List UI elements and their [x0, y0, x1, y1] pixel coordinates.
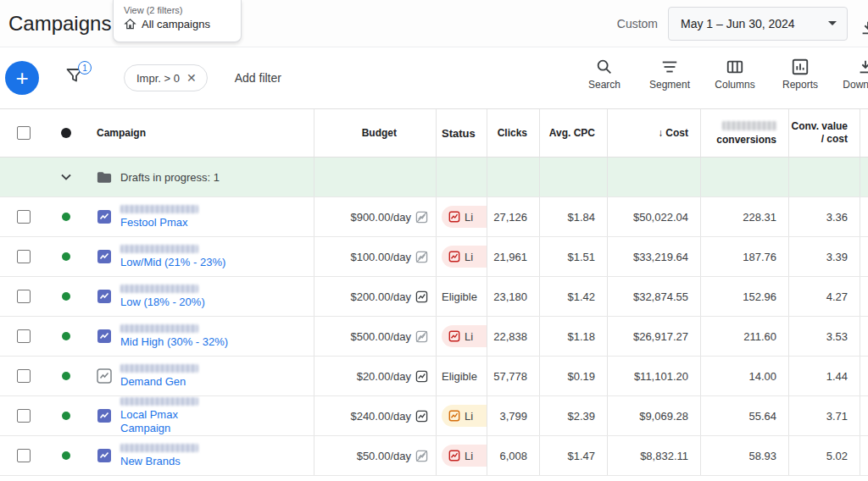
- redacted-text: [120, 444, 198, 452]
- conv-value-cost-cell: 4.27: [788, 277, 860, 316]
- view-selector[interactable]: View (2 filters) All campaigns: [113, 0, 242, 42]
- campaign-type-icon: [97, 368, 112, 384]
- enabled-status-dot[interactable]: [62, 451, 70, 460]
- row-checkbox[interactable]: [17, 250, 31, 263]
- header-cost[interactable]: ↓ Cost: [607, 109, 700, 157]
- row-checkbox[interactable]: [17, 210, 31, 224]
- filter-chip-impressions[interactable]: Impr. > 0 ✕: [124, 64, 208, 91]
- campaign-name-link[interactable]: Local PmaxCampaign: [120, 397, 198, 435]
- campaign-name-link[interactable]: Mid High (30% - 32%): [120, 324, 228, 349]
- columns-button[interactable]: Columns: [711, 58, 759, 91]
- enabled-status-dot[interactable]: [62, 332, 70, 340]
- collapse-chevron-icon[interactable]: [59, 170, 73, 184]
- cost-cell: $26,917.27: [607, 317, 700, 356]
- redacted-text: [120, 205, 198, 213]
- budget-chart-icon[interactable]: [415, 330, 428, 343]
- reports-button[interactable]: Reports: [776, 58, 824, 91]
- budget-chart-icon[interactable]: [415, 251, 428, 263]
- row-checkbox[interactable]: [17, 290, 31, 303]
- header-budget[interactable]: Budget: [314, 109, 436, 157]
- budget-cell: $100.00/day: [314, 237, 436, 276]
- overflow-control-icon[interactable]: [859, 19, 868, 37]
- header-clicks[interactable]: Clicks: [487, 109, 539, 157]
- limited-status-badge[interactable]: Li: [442, 405, 487, 427]
- segment-button[interactable]: Segment: [646, 58, 693, 91]
- status-eligible-label: Eligible: [442, 370, 477, 383]
- cost-cell: $50,022.04: [607, 197, 700, 236]
- cost-cell: $9,069.28: [607, 396, 700, 435]
- header-conversions[interactable]: conversions: [700, 109, 788, 157]
- redacted-text: [120, 364, 198, 373]
- header-conv-value-cost[interactable]: Conv. value / cost: [788, 109, 860, 157]
- limited-status-badge[interactable]: Li: [442, 325, 487, 347]
- status-eligible-label: Eligible: [442, 290, 477, 303]
- budget-chart-icon[interactable]: [415, 370, 428, 383]
- campaign-row: Local PmaxCampaign $240.00/day Li 3,799 …: [0, 396, 868, 436]
- campaign-row: Mid High (30% - 32%) $500.00/day Li 22,8…: [0, 317, 868, 357]
- row-stub: [860, 197, 868, 236]
- group-row-drafts[interactable]: Drafts in progress: 1: [0, 158, 868, 197]
- row-checkbox[interactable]: [17, 449, 31, 462]
- date-range-value: May 1 – Jun 30, 2024: [681, 17, 795, 30]
- filter-button[interactable]: 1: [64, 65, 88, 91]
- avg-cpc-cell: $1.51: [539, 237, 607, 276]
- status-cell: Li: [436, 237, 487, 276]
- enabled-status-dot[interactable]: [62, 292, 70, 301]
- campaign-type-icon: [97, 249, 112, 264]
- limited-status-icon: [448, 330, 460, 342]
- clicks-cell: 27,126: [487, 197, 539, 236]
- status-cell: Eligible: [436, 357, 487, 395]
- download-button[interactable]: Download: [842, 58, 868, 91]
- row-checkbox[interactable]: [17, 329, 31, 343]
- limited-status-badge[interactable]: Li: [442, 246, 487, 268]
- select-all-checkbox[interactable]: [17, 126, 31, 140]
- limited-status-badge[interactable]: Li: [442, 206, 487, 228]
- header-avg-cpc[interactable]: Avg. CPC: [539, 109, 607, 157]
- row-checkbox[interactable]: [17, 409, 31, 423]
- enabled-status-dot[interactable]: [62, 372, 70, 380]
- campaign-name-link[interactable]: Festool Pmax: [120, 205, 198, 229]
- header-status[interactable]: Status: [436, 109, 487, 157]
- campaign-name-link[interactable]: Demand Gen: [120, 364, 198, 389]
- date-range-picker[interactable]: May 1 – Jun 30, 2024: [668, 7, 848, 41]
- page-title: Campaigns: [8, 12, 111, 36]
- reports-icon: [791, 58, 810, 76]
- avg-cpc-cell: $0.19: [539, 357, 607, 395]
- enabled-status-dot[interactable]: [62, 252, 70, 261]
- row-stub: [860, 277, 868, 316]
- search-button[interactable]: Search: [581, 58, 628, 91]
- row-stub: [860, 357, 868, 395]
- filter-count-badge: 1: [78, 61, 92, 75]
- campaign-name-link[interactable]: New Brands: [120, 444, 198, 468]
- status-circle-header-icon[interactable]: [61, 128, 71, 138]
- add-filter-button[interactable]: Add filter: [235, 71, 281, 85]
- budget-chart-icon[interactable]: [415, 450, 428, 462]
- chip-close-icon[interactable]: ✕: [186, 71, 197, 85]
- status-cell: Li: [436, 317, 487, 356]
- clicks-cell: 3,799: [487, 396, 539, 435]
- conversions-cell: 14.00: [700, 357, 788, 395]
- budget-chart-icon[interactable]: [415, 211, 428, 224]
- enabled-status-dot[interactable]: [62, 213, 70, 221]
- budget-chart-icon[interactable]: [415, 290, 428, 303]
- group-row-label: Drafts in progress: 1: [120, 171, 220, 184]
- limited-status-icon: [448, 211, 460, 223]
- campaign-type-icon: [97, 448, 112, 463]
- redacted-text: [722, 121, 776, 130]
- header-campaign[interactable]: Campaign: [85, 109, 314, 157]
- add-campaign-button[interactable]: +: [5, 61, 39, 95]
- conv-value-cost-cell: 3.53: [788, 317, 860, 356]
- row-checkbox[interactable]: [17, 369, 31, 383]
- limited-status-badge[interactable]: Li: [442, 445, 487, 467]
- status-cell: Li: [436, 197, 487, 236]
- conv-value-cost-cell: 5.02: [788, 436, 860, 475]
- budget-chart-icon[interactable]: [415, 410, 428, 423]
- campaign-row: New Brands $50.00/day Li 6,008 $1.47 $8,…: [0, 436, 868, 476]
- enabled-status-dot[interactable]: [62, 412, 70, 420]
- campaign-name-link[interactable]: Low/Mid (21% - 23%): [120, 245, 225, 269]
- campaign-row: Demand Gen $20.00/day Eligible 57,778 $0…: [0, 357, 868, 396]
- campaign-type-icon: [97, 329, 112, 344]
- campaign-name-link[interactable]: Low (18% - 20%): [120, 285, 205, 309]
- clicks-cell: 23,180: [487, 277, 539, 316]
- conversions-cell: 187.76: [700, 237, 788, 276]
